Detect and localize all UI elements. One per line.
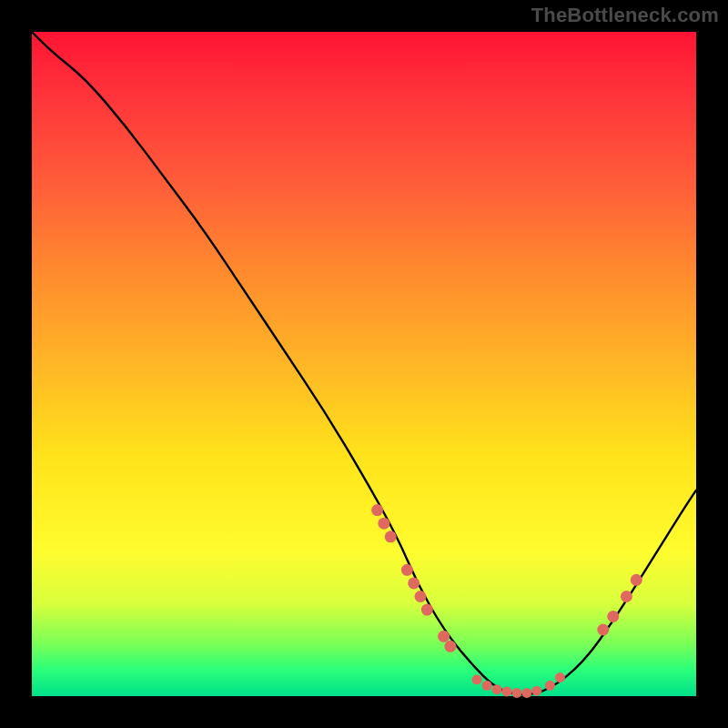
data-point: [408, 577, 420, 589]
data-point: [482, 681, 492, 691]
data-point: [621, 591, 632, 602]
data-point: [415, 591, 427, 602]
chart-svg: [32, 32, 696, 696]
chart-frame: TheBottleneck.com: [0, 0, 728, 728]
data-point: [521, 688, 531, 698]
data-point: [444, 641, 456, 652]
watermark-text: TheBottleneck.com: [531, 4, 719, 27]
data-point: [401, 564, 413, 576]
data-point: [531, 686, 541, 696]
data-points-group: [371, 504, 642, 698]
data-point: [438, 631, 450, 642]
data-point: [545, 681, 555, 691]
data-point: [421, 604, 433, 616]
data-point: [511, 688, 521, 698]
data-point: [378, 518, 389, 530]
data-point: [385, 531, 397, 542]
data-point: [631, 574, 642, 586]
data-point: [555, 672, 565, 682]
data-point: [492, 684, 502, 694]
data-point: [501, 686, 511, 696]
data-point: [472, 674, 482, 684]
data-point: [607, 611, 619, 622]
data-point: [597, 624, 609, 636]
data-point: [371, 504, 383, 516]
bottleneck-curve: [32, 32, 696, 694]
plot-area: [32, 32, 696, 696]
